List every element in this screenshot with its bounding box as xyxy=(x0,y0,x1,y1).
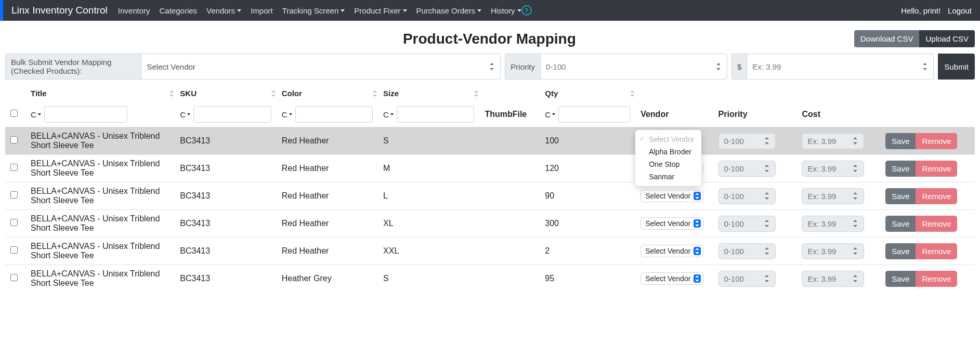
vendor-dropdown-item[interactable]: Alpha Broder xyxy=(635,146,701,158)
cell-sku: BC3413 xyxy=(175,210,276,238)
filter-input-color[interactable] xyxy=(295,106,373,123)
stepper-icon xyxy=(853,165,858,172)
upload-csv-button[interactable]: Upload CSV xyxy=(919,30,975,47)
page-header: Product-Vendor Mapping Download CSV Uplo… xyxy=(0,21,980,54)
header-sku[interactable]: SKU xyxy=(175,85,276,102)
remove-button[interactable]: Remove xyxy=(916,271,957,287)
nav-item-inventory[interactable]: Inventory xyxy=(118,6,150,15)
bulk-cost-symbol: $ xyxy=(731,54,747,80)
priority-input[interactable]: 0-100 xyxy=(718,216,776,232)
cell-priority: 0-100 xyxy=(713,210,797,238)
download-csv-button[interactable]: Download CSV xyxy=(854,30,920,47)
row-checkbox[interactable] xyxy=(10,191,18,199)
priority-input[interactable]: 0-100 xyxy=(718,161,776,177)
cost-input[interactable]: Ex: 3.99 xyxy=(802,243,864,259)
vendor-dropdown-item[interactable]: Sanmar xyxy=(635,170,701,183)
select-arrows-icon xyxy=(694,274,701,283)
cell-vendor: Select Vendor xyxy=(635,182,713,210)
vendor-dropdown-item[interactable]: Select Vendor xyxy=(635,133,701,146)
cell-title: BELLA+CANVAS - Unisex Triblend Short Sle… xyxy=(25,127,175,155)
bulk-priority-input[interactable]: 0-100 xyxy=(540,54,727,80)
nav-item-categories[interactable]: Categories xyxy=(160,6,198,15)
nav-item-purchase-orders[interactable]: Purchase Orders xyxy=(416,6,481,15)
filter-mode-qty[interactable]: C xyxy=(545,110,555,119)
save-button[interactable]: Save xyxy=(885,188,916,204)
save-button[interactable]: Save xyxy=(885,216,916,232)
bulk-vendor-select[interactable]: Select Vendor xyxy=(141,54,501,80)
nav-item-tracking-screen[interactable]: Tracking Screen xyxy=(282,6,345,15)
filter-mode-size[interactable]: C xyxy=(383,110,394,119)
cell-cost: Ex: 3.99 xyxy=(796,210,880,238)
filter-input-title[interactable] xyxy=(44,106,127,123)
table-row: BELLA+CANVAS - Unisex Triblend Short Sle… xyxy=(5,155,975,182)
filter-input-qty[interactable] xyxy=(558,106,630,123)
select-arrows-icon xyxy=(694,247,701,255)
cost-input[interactable]: Ex: 3.99 xyxy=(802,161,864,177)
cell-thumb xyxy=(479,155,540,182)
bulk-vendor-value: Select Vendor xyxy=(147,62,195,71)
remove-button[interactable]: Remove xyxy=(916,188,957,204)
save-button[interactable]: Save xyxy=(885,133,916,149)
remove-button[interactable]: Remove xyxy=(916,216,957,232)
cell-actions: SaveRemove xyxy=(880,155,975,182)
header-qty[interactable]: Qty xyxy=(540,85,635,102)
header-color[interactable]: Color xyxy=(277,85,378,102)
header-title[interactable]: Title xyxy=(25,85,175,102)
vendor-select[interactable]: Select Vendor xyxy=(641,217,703,230)
cell-priority: 0-100 xyxy=(713,182,797,210)
stepper-icon xyxy=(765,192,770,200)
nav-item-import[interactable]: Import xyxy=(251,6,273,15)
stepper-icon xyxy=(765,247,770,255)
bulk-submit-button[interactable]: Submit xyxy=(938,54,975,80)
priority-input[interactable]: 0-100 xyxy=(718,133,776,149)
remove-button[interactable]: Remove xyxy=(916,133,957,149)
filter-input-size[interactable] xyxy=(397,106,475,123)
vendor-select[interactable]: Select Vendor xyxy=(641,190,703,202)
cost-input[interactable]: Ex: 3.99 xyxy=(802,188,864,204)
filter-input-sku[interactable] xyxy=(193,106,271,123)
cell-cost: Ex: 3.99 xyxy=(796,182,880,210)
chevron-down-icon xyxy=(403,9,407,12)
row-checkbox[interactable] xyxy=(10,164,18,171)
row-checkbox[interactable] xyxy=(10,274,18,281)
remove-button[interactable]: Remove xyxy=(916,161,957,177)
chevron-down-icon xyxy=(237,9,241,12)
nav-item-history[interactable]: History xyxy=(491,6,521,15)
vendor-select[interactable]: Select Vendor xyxy=(641,245,703,257)
cost-input[interactable]: Ex: 3.99 xyxy=(802,216,864,232)
cell-size: S xyxy=(378,127,479,155)
cell-title: BELLA+CANVAS - Unisex Triblend Short Sle… xyxy=(25,265,175,293)
bulk-submit-row: Bulk Submit Vendor Mapping (Checked Prod… xyxy=(0,54,980,80)
save-button[interactable]: Save xyxy=(885,161,916,177)
filter-mode-sku[interactable]: C xyxy=(180,110,190,119)
bulk-cost-input[interactable]: Ex: 3.99 xyxy=(747,54,934,80)
remove-button[interactable]: Remove xyxy=(916,243,957,259)
priority-input[interactable]: 0-100 xyxy=(718,271,776,287)
logout-link[interactable]: Logout xyxy=(948,6,972,15)
save-button[interactable]: Save xyxy=(885,271,916,287)
vendor-select[interactable]: Select Vendor xyxy=(641,272,703,285)
select-all-checkbox[interactable] xyxy=(10,110,18,117)
brand[interactable]: Linx Inventory Control xyxy=(11,5,108,16)
priority-input[interactable]: 0-100 xyxy=(718,243,776,259)
filter-mode-title[interactable]: C xyxy=(31,110,41,119)
filter-mode-color[interactable]: C xyxy=(282,110,292,119)
row-checkbox[interactable] xyxy=(10,219,18,226)
help-icon[interactable]: ? xyxy=(521,5,532,16)
cost-input[interactable]: Ex: 3.99 xyxy=(802,271,864,287)
cell-qty: 300 xyxy=(540,210,635,238)
select-arrows-icon xyxy=(694,192,701,200)
navbar-right: Hello, print! Logout xyxy=(901,6,972,15)
cost-input[interactable]: Ex: 3.99 xyxy=(802,133,864,149)
cell-qty: 90 xyxy=(540,182,635,210)
cell-color: Red Heather xyxy=(277,238,378,265)
nav-item-product-fixer[interactable]: Product Fixer xyxy=(354,6,407,15)
priority-input[interactable]: 0-100 xyxy=(718,188,776,204)
vendor-dropdown-item[interactable]: One Stop xyxy=(635,158,701,170)
nav-item-vendors[interactable]: Vendors xyxy=(206,6,241,15)
cell-actions: SaveRemove xyxy=(880,265,975,293)
header-size[interactable]: Size xyxy=(378,85,479,102)
save-button[interactable]: Save xyxy=(885,243,916,259)
row-checkbox[interactable] xyxy=(10,136,18,143)
row-checkbox[interactable] xyxy=(10,246,18,254)
